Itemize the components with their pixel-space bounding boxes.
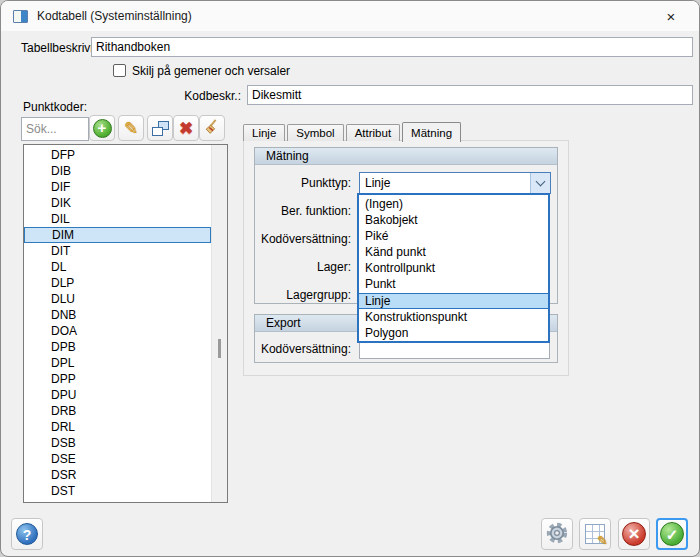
- list-item[interactable]: DLP: [24, 275, 211, 291]
- code-description-label: Kodbeskr.:: [141, 89, 241, 103]
- list-item[interactable]: DIK: [24, 195, 211, 211]
- pencil-icon: ✎: [124, 118, 138, 139]
- close-icon: ×: [667, 8, 676, 25]
- table-description-input[interactable]: [91, 37, 693, 57]
- tab-symbol[interactable]: Symbol: [287, 124, 343, 141]
- list-item[interactable]: DPP: [24, 371, 211, 387]
- app-icon: [13, 10, 28, 23]
- dropdown-item[interactable]: Konstruktionspunkt: [359, 309, 548, 325]
- list-item[interactable]: DL: [24, 259, 211, 275]
- kodoversattning-label: Kodöversättning:: [255, 232, 351, 246]
- copy-icon: [152, 121, 169, 136]
- clean-code-button[interactable]: [199, 115, 225, 141]
- dropdown-item[interactable]: Kontrollpunkt: [359, 260, 548, 276]
- case-sensitive-label: Skilj på gemener och versaler: [132, 64, 290, 78]
- titlebar: Kodtabell (Systeminställning) ×: [1, 1, 699, 31]
- pencil-icon: ✎: [597, 533, 608, 548]
- lagergrupp-label: Lagergrupp:: [255, 288, 351, 302]
- add-code-button[interactable]: +: [89, 115, 115, 141]
- list-item[interactable]: DRB: [24, 403, 211, 419]
- export-kodoversattning-label: Kodöversättning:: [255, 342, 351, 356]
- list-item[interactable]: DIT: [24, 243, 211, 259]
- dropdown-item[interactable]: Känd punkt: [359, 244, 548, 260]
- delete-x-icon: ✖: [179, 118, 193, 139]
- list-item[interactable]: DPU: [24, 387, 211, 403]
- tab-linje[interactable]: Linje: [243, 124, 285, 141]
- punkttyp-label: Punkttyp:: [255, 176, 351, 190]
- edit-code-button[interactable]: ✎: [118, 115, 144, 141]
- search-input[interactable]: [21, 117, 89, 141]
- dropdown-item[interactable]: (Ingen): [359, 196, 548, 212]
- tab-mätning[interactable]: Mätning: [402, 122, 461, 142]
- help-icon: ?: [16, 523, 38, 545]
- list-item[interactable]: DSE: [24, 451, 211, 467]
- ok-button[interactable]: ✓: [656, 518, 688, 550]
- delete-code-button[interactable]: ✖: [173, 115, 199, 141]
- punkttyp-dropdown-list: (Ingen)BakobjektPikéKänd punktKontrollpu…: [357, 193, 550, 343]
- case-sensitive-checkbox[interactable]: [113, 64, 126, 77]
- point-code-list: DFPDIBDIFDIKDILDIMDITDLDLPDLUDNBDOADPBDP…: [24, 145, 211, 502]
- dropdown-item[interactable]: Bakobjekt: [359, 212, 548, 228]
- list-item[interactable]: DPL: [24, 355, 211, 371]
- tab-strip: LinjeSymbolAttributMätning: [243, 121, 463, 141]
- close-button[interactable]: ×: [649, 1, 693, 31]
- list-scrollbar[interactable]: [211, 145, 227, 502]
- help-button[interactable]: ?: [11, 518, 43, 550]
- lager-label: Lager:: [255, 260, 351, 274]
- chevron-down-icon: [536, 176, 546, 186]
- broom-icon: [203, 118, 221, 139]
- list-item[interactable]: DST: [24, 483, 211, 499]
- list-item[interactable]: DPB: [24, 339, 211, 355]
- list-item[interactable]: DSB: [24, 435, 211, 451]
- matning-group-header: Mätning: [255, 148, 557, 165]
- combo-arrow-button[interactable]: [530, 173, 550, 193]
- list-item[interactable]: DFP: [24, 147, 211, 163]
- list-item[interactable]: DNB: [24, 307, 211, 323]
- settings-button[interactable]: [541, 518, 573, 550]
- scrollbar-thumb[interactable]: [218, 339, 221, 358]
- kodtabell-dialog: Kodtabell (Systeminställning) × Tabellbe…: [0, 0, 700, 557]
- dropdown-item[interactable]: Polygon: [359, 325, 548, 341]
- point-code-listbox: DFPDIBDIFDIKDILDIMDITDLDLPDLUDNBDOADPBDP…: [23, 144, 228, 503]
- copy-code-button[interactable]: [147, 115, 173, 141]
- plus-icon: +: [93, 119, 112, 138]
- tab-attribut[interactable]: Attribut: [346, 124, 400, 141]
- window-title: Kodtabell (Systeminställning): [37, 9, 192, 23]
- code-description-input[interactable]: [247, 85, 693, 105]
- table-edit-icon: ✎: [585, 524, 605, 544]
- dropdown-item[interactable]: Linje: [359, 293, 548, 309]
- ok-check-icon: ✓: [660, 522, 684, 546]
- list-item[interactable]: DIF: [24, 179, 211, 195]
- point-codes-label: Punktkoder:: [23, 100, 87, 114]
- list-item[interactable]: DOA: [24, 323, 211, 339]
- edit-table-button[interactable]: ✎: [579, 518, 611, 550]
- list-item[interactable]: DRL: [24, 419, 211, 435]
- list-item[interactable]: DSV: [24, 499, 211, 502]
- gear-icon: [545, 521, 569, 548]
- list-item[interactable]: DIL: [24, 211, 211, 227]
- punkttyp-value: Linje: [365, 176, 390, 190]
- cancel-button[interactable]: ×: [618, 518, 650, 550]
- punkttyp-combobox[interactable]: Linje: [359, 172, 551, 194]
- cancel-icon: ×: [622, 522, 646, 546]
- ber-funktion-label: Ber. funktion:: [255, 204, 351, 218]
- list-item[interactable]: DSR: [24, 467, 211, 483]
- dropdown-item[interactable]: Punkt: [359, 276, 548, 292]
- list-item[interactable]: DIB: [24, 163, 211, 179]
- list-item[interactable]: DLU: [24, 291, 211, 307]
- list-item[interactable]: DIM: [24, 227, 211, 243]
- dropdown-item[interactable]: Piké: [359, 228, 548, 244]
